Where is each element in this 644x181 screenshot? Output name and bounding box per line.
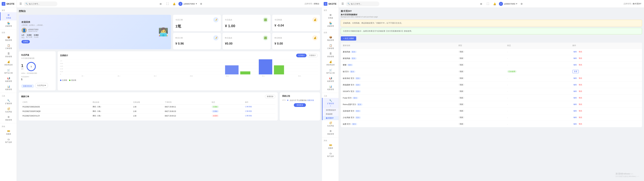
edit-btn[interactable]: 编辑	[572, 83, 578, 86]
edit-btn[interactable]: 编辑	[572, 90, 578, 93]
r-sidebar-sub-carddiy[interactable]: 购卡页DIY	[322, 116, 338, 120]
sidebar-item-stock[interactable]: 🗄 库存管理	[0, 51, 16, 59]
material-actions-cell[interactable]: 编辑预览	[570, 82, 642, 88]
sidebar-item-marketing[interactable]: 📢 拓客管理	[0, 76, 16, 84]
fullscreen-icon-btn[interactable]: ⛶	[165, 2, 170, 6]
material-actions-cell[interactable]: 编辑预览	[570, 101, 642, 108]
r-search-bar[interactable]: 🔍	[346, 2, 379, 6]
r-settings-icon-btn[interactable]: ⚙	[519, 2, 524, 6]
preview-btn[interactable]: 预览	[578, 83, 583, 86]
material-actions-cell[interactable]: 编辑预览	[570, 75, 642, 82]
view-btn[interactable]: 查看	[572, 70, 579, 73]
add-material-btn[interactable]: 自定义素材	[341, 36, 356, 40]
topbar-user[interactable]: a a3066575950 ▾	[178, 2, 197, 6]
notice-more-btn[interactable]: 查看更多	[294, 103, 306, 107]
r-search-input[interactable]	[351, 3, 378, 5]
preview-btn[interactable]: 预览	[578, 122, 583, 126]
r-sidebar-item-stock[interactable]: 🗄 库存管理	[322, 51, 338, 59]
edit-btn[interactable]: 编辑	[572, 116, 578, 119]
r-sidebar-item-supply[interactable]: 💰 供应和定价	[322, 59, 338, 67]
sidebar-item-supply[interactable]: 💰 供应和定价	[0, 59, 16, 67]
preview-btn[interactable]: 预览	[578, 103, 583, 106]
material-actions-cell[interactable]: 编辑预览	[570, 95, 642, 101]
sidebar-item-lifecycle[interactable]: 🧭 生态罗盘	[0, 106, 16, 114]
material-status-cell: -	[505, 75, 570, 82]
edit-btn[interactable]: 编辑	[572, 96, 578, 100]
material-actions-cell[interactable]: 查看	[570, 68, 642, 75]
r-sidebar-item-marketing[interactable]: 📢 拓客管理	[322, 76, 338, 84]
search-bar[interactable]: 🔍	[24, 2, 57, 6]
r-topbar-user[interactable]: a a3066575950 ▾	[499, 2, 517, 6]
material-actions-cell[interactable]: 编辑预览	[570, 114, 642, 121]
action-cell[interactable]: 订单详情	[244, 114, 276, 118]
action-cell[interactable]: 订单详情	[244, 109, 276, 114]
amount-cell: 1.00	[132, 114, 164, 118]
order-action-btn[interactable]: 订单详情	[245, 106, 252, 108]
preview-btn[interactable]: 预览	[578, 63, 583, 66]
preview-btn[interactable]: 预览	[578, 96, 583, 100]
btn-7day[interactable]: 七日统计	[296, 54, 306, 57]
material-actions-cell[interactable]: 编辑预览	[570, 121, 642, 127]
btn-month[interactable]: 月度统计	[307, 54, 318, 57]
sidebar-item-orders[interactable]: 📋 订单管理	[0, 43, 16, 51]
preview-btn[interactable]: 预览	[578, 57, 583, 60]
edit-btn[interactable]: 编辑	[572, 103, 578, 106]
sidebar-item-sys[interactable]: ⚙ 系统管理	[0, 114, 16, 122]
r-sidebar-sub-realtime[interactable]: 实时数据监控	[322, 108, 338, 112]
r-sidebar-item-sys[interactable]: ⚙ 系统管理	[322, 128, 338, 136]
r-bell-icon-btn[interactable]: 🔔	[492, 2, 497, 6]
search-input[interactable]	[29, 3, 56, 5]
material-actions-cell[interactable]: 编辑预览	[570, 55, 642, 62]
sidebar-item-store[interactable]: 🏪 店铺管理	[0, 20, 16, 29]
bell-icon-btn[interactable]: 🔔	[172, 2, 176, 6]
material-actions-cell[interactable]: 编辑预览	[570, 108, 642, 114]
r-sidebar-item-products[interactable]: 🗂 客产品库	[322, 151, 338, 159]
r-sidebar-item-distribution[interactable]: 📊 结算管理	[322, 84, 338, 92]
r-sidebar-item-lifecycle[interactable]: 🧭 生态罗盘	[322, 120, 338, 128]
preview-btn[interactable]: 预览	[578, 90, 583, 93]
sidebar-item-distribution[interactable]: 📊 结算管理	[0, 84, 16, 92]
preview-btn[interactable]: 预览	[578, 77, 583, 80]
preview-btn[interactable]: 预览	[578, 116, 583, 119]
r-sidebar-item-extend[interactable]: 🔧 扩展应用 ▾	[322, 98, 338, 108]
edit-btn[interactable]: 编辑	[572, 122, 578, 126]
r-sidebar-item-favorites[interactable]: 🎫 优惠券	[322, 142, 338, 151]
r-sidebar-item-orders[interactable]: 📋 订单管理	[322, 43, 338, 51]
r-sidebar-item-goods[interactable]: 📦 商品管理	[322, 34, 338, 43]
preview-btn[interactable]: 预览	[578, 50, 583, 53]
material-actions-cell[interactable]: 编辑预览	[570, 88, 642, 95]
edit-btn[interactable]: 编辑	[572, 50, 578, 53]
r-sidebar-item-store[interactable]: 🏪 店铺管理	[322, 20, 338, 29]
notice-link[interactable]: 查看详情	[307, 100, 314, 101]
r-sidebar-item-purchase[interactable]: 🛒 客平台订单	[322, 67, 338, 76]
material-actions-cell[interactable]: 编辑预览	[570, 48, 642, 55]
r-fullscreen-icon-btn[interactable]: ⛶	[486, 2, 490, 6]
sidebar-item-purchase[interactable]: 🛒 客平台订单	[0, 67, 16, 76]
edit-btn[interactable]: 编辑	[572, 57, 578, 60]
edit-btn[interactable]: 编辑	[572, 63, 578, 66]
sidebar-item-dashboard[interactable]: ⊞ 仪表盘	[0, 12, 16, 20]
order-action-btn[interactable]: 订单详情	[245, 110, 252, 112]
settings-icon-btn[interactable]: ⚙	[199, 2, 204, 6]
r-grid-icon-btn[interactable]: ⊞	[479, 2, 484, 6]
order-action-btn[interactable]: 订单详情	[245, 115, 252, 117]
edit-btn[interactable]: 编辑	[572, 110, 578, 112]
action-cell[interactable]: 订单详情	[244, 104, 276, 109]
sidebar-item-extend[interactable]: 🔧 扩展应用	[0, 98, 16, 106]
sidebar-item-products[interactable]: 🗂 客产品库	[0, 136, 16, 145]
sidebar-item-goods[interactable]: 📦 商品管理	[0, 34, 16, 43]
r-sidebar-item-dashboard[interactable]: ⊞ 仪表盘	[322, 12, 338, 20]
r-sidebar-sub-market[interactable]: 商场观察	[322, 112, 338, 116]
lifecycle-btn2[interactable]: 生态罗盘 ▶	[36, 83, 48, 88]
sidebar-item-favorites[interactable]: 🎫 优惠券	[0, 128, 16, 136]
view-detail-btn[interactable]: 查看详情 ▶	[21, 84, 34, 88]
menu-icon[interactable]: ☰	[20, 2, 22, 5]
r-menu-icon[interactable]: ☰	[342, 2, 344, 5]
preview-btn[interactable]: 预览	[578, 110, 583, 112]
orders-more-btn[interactable]: 查看更多	[265, 95, 276, 98]
material-type-cell: 视频	[456, 82, 505, 88]
edit-btn[interactable]: 编辑	[572, 77, 578, 80]
material-actions-cell[interactable]: 编辑预览	[570, 62, 642, 68]
grid-icon-btn[interactable]: ⊞	[158, 2, 163, 6]
bind-button[interactable]: 去绑定	[22, 40, 30, 44]
